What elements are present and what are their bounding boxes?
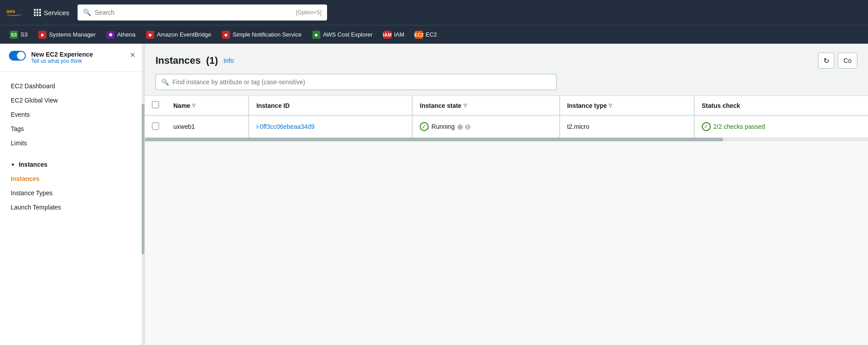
bookmark-athena-label: Athena: [117, 31, 135, 38]
top-search-bar[interactable]: 🔍 [Option+S]: [78, 4, 327, 21]
select-all-checkbox[interactable]: [152, 101, 159, 108]
instance-id-link[interactable]: i-0ff3cc06ebeaa34d9: [256, 123, 315, 130]
chevron-down-icon: ▼: [11, 162, 15, 167]
sidebar-item-label: Events: [11, 111, 30, 118]
col-type-filter-icon[interactable]: ▽: [609, 103, 612, 108]
instance-name: uxweb1: [173, 123, 195, 130]
sidebar-item-label: EC2 Dashboard: [11, 82, 55, 90]
s3-icon: S3: [10, 31, 18, 39]
zoom-in-icon[interactable]: ⊕: [457, 123, 463, 131]
col-name-filter-icon[interactable]: ▽: [192, 103, 196, 108]
sns-icon: ■: [222, 31, 230, 39]
row-checkbox[interactable]: [152, 123, 159, 130]
zoom-out-icon[interactable]: ⊖: [465, 123, 471, 131]
sidebar: New EC2 Experience Tell us what you thin…: [0, 44, 145, 345]
main-layout: New EC2 Experience Tell us what you thin…: [0, 44, 868, 345]
aws-logo[interactable]: aws: [5, 4, 22, 21]
search-input[interactable]: [95, 9, 293, 16]
services-label: Services: [44, 9, 70, 16]
sidebar-item-instance-types[interactable]: Instance Types: [0, 186, 144, 200]
bookmark-sns[interactable]: ■ Simple Notification Service: [217, 29, 306, 41]
status-check-value: ✓ 2/2 checks passed: [702, 122, 861, 131]
search-icon: 🔍: [161, 78, 169, 86]
cost-icon: ■: [312, 31, 320, 39]
ec2-experience-toggle[interactable]: [9, 51, 26, 61]
scrollbar-thumb[interactable]: [145, 138, 723, 141]
bookmark-eventbridge-label: Amazon EventBridge: [157, 31, 211, 38]
instances-table: Name ▽ Instance ID Instance state ▽: [145, 95, 868, 138]
banner-close-button[interactable]: ✕: [130, 51, 135, 59]
running-status-icon: ✓: [420, 122, 429, 131]
col-header-instance-type: Instance type ▽: [560, 96, 694, 115]
bookmark-ec2[interactable]: EC2 EC2: [410, 29, 441, 41]
col-header-instance-id: Instance ID: [249, 96, 412, 115]
sidebar-item-tags[interactable]: Tags: [0, 122, 144, 136]
row-state-cell: ✓ Running ⊕ ⊖: [412, 115, 559, 138]
col-state-filter-icon[interactable]: ▽: [463, 103, 467, 108]
sidebar-item-label: Limits: [11, 140, 27, 147]
sidebar-item-label: Instances: [11, 175, 40, 182]
bookmark-s3-label: S3: [20, 31, 28, 38]
sidebar-item-launch-templates[interactable]: Launch Templates: [0, 200, 144, 214]
bookmark-ec2-label: EC2: [426, 31, 437, 38]
row-name-cell: uxweb1: [166, 115, 249, 138]
toggle-knob: [17, 52, 25, 60]
horizontal-scrollbar[interactable]: [145, 138, 868, 141]
col-header-name: Name ▽: [166, 96, 249, 115]
col-instance-id-label: Instance ID: [256, 102, 290, 109]
zoom-icons: ⊕ ⊖: [457, 123, 471, 131]
banner-text: New EC2 Experience Tell us what you thin…: [31, 51, 124, 64]
sidebar-item-ec2-global-view[interactable]: EC2 Global View: [0, 93, 144, 107]
instances-title: Instances: [156, 55, 201, 66]
row-status-check-cell: ✓ 2/2 checks passed: [694, 115, 868, 138]
search-shortcut: [Option+S]: [296, 9, 321, 16]
row-checkbox-cell: [145, 115, 166, 138]
services-button[interactable]: Services: [29, 6, 74, 19]
sidebar-item-events[interactable]: Events: [0, 107, 144, 122]
bookmark-ssm-label: Systems Manager: [49, 31, 96, 38]
info-link[interactable]: Info: [223, 57, 233, 64]
sidebar-item-label: Tags: [11, 125, 24, 132]
col-status-check-label: Status check: [702, 102, 740, 109]
sidebar-item-label: EC2 Global View: [11, 97, 58, 104]
sidebar-item-instances[interactable]: Instances: [0, 172, 144, 186]
sidebar-item-label: Instance Types: [11, 189, 53, 197]
content-area: Instances (1) Info ↻ Co 🔍: [145, 44, 868, 345]
select-all-col: [145, 96, 166, 115]
bookmark-s3[interactable]: S3 S3: [5, 29, 32, 41]
actions-button[interactable]: Co: [838, 53, 857, 69]
bookmark-iam[interactable]: IAM IAM: [379, 29, 409, 41]
banner-link[interactable]: Tell us what you think: [31, 58, 124, 64]
instances-header: Instances (1) Info ↻ Co: [145, 44, 868, 69]
grid-icon: [34, 9, 41, 16]
instances-data-table: Name ▽ Instance ID Instance state ▽: [145, 96, 868, 138]
sidebar-item-ec2-dashboard[interactable]: EC2 Dashboard: [0, 79, 144, 93]
instance-state-running: ✓ Running ⊕ ⊖: [420, 122, 552, 131]
bookmark-ssm[interactable]: ■ Systems Manager: [34, 29, 100, 41]
empty-content-area: [145, 141, 868, 345]
ec2-experience-banner: New EC2 Experience Tell us what you thin…: [0, 44, 144, 72]
eventbridge-icon: ■: [146, 31, 154, 39]
bookmark-cost-label: AWS Cost Explorer: [323, 31, 373, 38]
col-header-status-check: Status check: [694, 96, 868, 115]
col-name-label: Name: [173, 102, 190, 109]
instances-search-box[interactable]: 🔍: [156, 74, 557, 90]
bookmark-cost[interactable]: ■ AWS Cost Explorer: [308, 29, 377, 41]
bookmark-sns-label: Simple Notification Service: [233, 31, 302, 38]
refresh-button[interactable]: ↻: [818, 53, 834, 69]
top-nav: aws Services 🔍 [Option+S]: [0, 0, 868, 25]
ssm-icon: ■: [38, 31, 46, 39]
iam-icon: IAM: [383, 31, 391, 39]
bookmark-athena[interactable]: ◈ Athena: [102, 29, 140, 41]
bookmark-iam-label: IAM: [394, 31, 404, 38]
instances-search-container: 🔍: [145, 69, 868, 95]
bookmark-bar: S3 S3 ■ Systems Manager ◈ Athena ■ Amazo…: [0, 25, 868, 44]
bookmark-eventbridge[interactable]: ■ Amazon EventBridge: [142, 29, 216, 41]
instances-search-input[interactable]: [172, 78, 551, 86]
ec2-icon: EC2: [415, 31, 423, 39]
sidebar-item-limits[interactable]: Limits: [0, 136, 144, 150]
athena-icon: ◈: [106, 31, 115, 39]
header-actions: ↻ Co: [818, 53, 857, 69]
sidebar-section-instances[interactable]: ▼ Instances: [0, 157, 144, 172]
sidebar-nav: EC2 Dashboard EC2 Global View Events Tag…: [0, 72, 144, 222]
